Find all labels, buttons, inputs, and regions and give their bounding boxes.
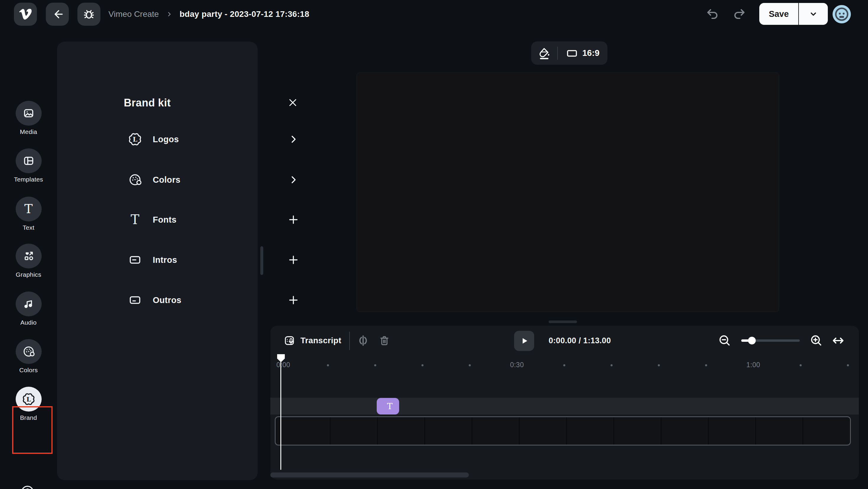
brand-item-label: Outros [153, 295, 181, 305]
background-fill-button[interactable] [531, 41, 557, 65]
video-preview-canvas[interactable] [356, 73, 779, 312]
arrow-left-icon [51, 8, 64, 21]
ruler-label: 0:00 [277, 361, 290, 369]
text-clip[interactable]: T A [377, 398, 399, 414]
sidebar-label: Audio [0, 319, 57, 326]
avatar[interactable] [833, 5, 851, 23]
brand-item-label: Logos [153, 135, 179, 144]
chevron-right-icon [287, 133, 299, 145]
transcript-icon [283, 335, 296, 347]
brand-item-fonts[interactable]: T Fonts [124, 210, 301, 229]
undo-icon [706, 7, 720, 21]
vimeo-logo-icon [19, 8, 32, 20]
sidebar-label: Colors [0, 367, 57, 374]
time-display: 0:00.00 / 1:13.00 [549, 326, 611, 355]
sidebar-item-brand[interactable]: L Brand [0, 387, 57, 421]
redo-button[interactable] [731, 6, 747, 23]
zoom-in-icon [809, 334, 823, 347]
sidebar-item-media[interactable]: Media [0, 101, 57, 136]
font-t-icon: T [128, 212, 142, 227]
sidebar-label: Brand [0, 414, 57, 421]
close-panel-button[interactable] [287, 97, 299, 109]
trash-icon [378, 334, 391, 347]
text-icon: T [24, 203, 32, 215]
chevron-right-icon [287, 174, 299, 186]
transcript-button[interactable]: Transcript [283, 331, 341, 350]
sidebar-item-audio[interactable]: Audio [0, 291, 57, 326]
plus-icon [287, 254, 299, 266]
brand-item-intros[interactable]: Intros [124, 251, 301, 269]
controls-divider [349, 332, 350, 350]
timeline-zoom-slider[interactable] [741, 339, 800, 342]
slider-thumb[interactable] [748, 337, 756, 344]
ruler-label: 0:30 [510, 361, 524, 369]
ruler-dot [610, 364, 613, 366]
ruler-dot [705, 364, 707, 366]
fit-timeline-button[interactable] [831, 333, 846, 348]
topbar: Vimeo Create bday party - 2023-07-12 17:… [0, 0, 868, 28]
text-clip-label: T A [377, 402, 399, 411]
graphics-icon [22, 250, 35, 262]
back-button[interactable] [46, 3, 69, 26]
play-button[interactable] [514, 331, 534, 351]
redo-icon [732, 7, 746, 21]
aspect-ratio-button[interactable]: 16:9 [558, 47, 608, 59]
split-clip-button[interactable] [355, 333, 371, 348]
zoom-out-icon [718, 334, 732, 347]
chevron-down-icon [808, 9, 818, 19]
project-title: bday party - 2023-07-12 17:36:18 [180, 9, 309, 19]
ruler-dot [374, 364, 376, 366]
undo-button[interactable] [704, 6, 721, 23]
video-track[interactable] [275, 416, 851, 445]
question-mark-icon [20, 485, 35, 489]
panel-title: Brand kit [124, 97, 171, 109]
save-button[interactable]: Save [759, 3, 798, 25]
close-icon [287, 97, 299, 109]
timeline-ruler[interactable]: 0:000:301:00 [270, 357, 859, 375]
media-icon [22, 107, 35, 120]
ruler-dot [563, 364, 565, 366]
sidebar-item-colors[interactable]: Colors [0, 339, 57, 374]
save-options-button[interactable] [798, 3, 828, 25]
vimeo-logo-button[interactable] [14, 3, 37, 26]
brand-item-outros[interactable]: Outros [124, 291, 301, 310]
brand-seal-icon: L [22, 392, 35, 406]
sidebar-label: Media [0, 128, 57, 136]
brand-kit-panel: Brand kit L Logos Colors T Fonts [57, 42, 258, 480]
aspect-ratio-value: 16:9 [582, 48, 599, 58]
sidebar-item-text[interactable]: T Text [0, 197, 57, 231]
zoom-out-button[interactable] [717, 333, 733, 348]
delete-clip-button[interactable] [377, 333, 392, 348]
svg-text:L: L [26, 396, 31, 403]
split-icon [356, 334, 370, 348]
breadcrumb-app[interactable]: Vimeo Create [108, 9, 159, 19]
panel-resize-handle[interactable] [260, 246, 263, 275]
breadcrumb: Vimeo Create bday party - 2023-07-12 17:… [108, 0, 309, 28]
palette-icon [22, 345, 35, 358]
plus-icon [287, 214, 299, 226]
sidebar-item-graphics[interactable]: Graphics [0, 243, 57, 278]
zoom-in-button[interactable] [809, 333, 824, 348]
brand-seal-icon: L [128, 132, 142, 146]
brand-item-label: Intros [153, 255, 177, 265]
help-button[interactable] [20, 485, 35, 489]
timeline-panel: Transcript 0:00.00 / 1:13.00 [270, 326, 859, 480]
sidebar-label: Templates [0, 176, 57, 183]
playhead-line [280, 361, 281, 470]
debug-button[interactable] [78, 3, 100, 26]
transcript-label: Transcript [301, 336, 341, 345]
brand-item-colors[interactable]: Colors [124, 170, 301, 189]
timeline-horizontal-scrollbar[interactable] [270, 472, 469, 478]
brand-item-label: Colors [153, 175, 181, 185]
smiley-face-icon [833, 5, 851, 23]
text-track[interactable] [270, 398, 859, 414]
ruler-dot [847, 364, 849, 366]
canvas-drag-handle[interactable] [549, 320, 577, 323]
brand-item-logos[interactable]: L Logos [124, 130, 301, 149]
ruler-label: 1:00 [746, 361, 760, 369]
sidebar-item-templates[interactable]: Templates [0, 148, 57, 183]
canvas-toolbar: 16:9 [531, 41, 608, 65]
left-sidebar: Media Templates T Text Graphics Audio Co… [0, 28, 57, 489]
templates-icon [22, 154, 35, 167]
sidebar-label: Text [0, 224, 57, 231]
